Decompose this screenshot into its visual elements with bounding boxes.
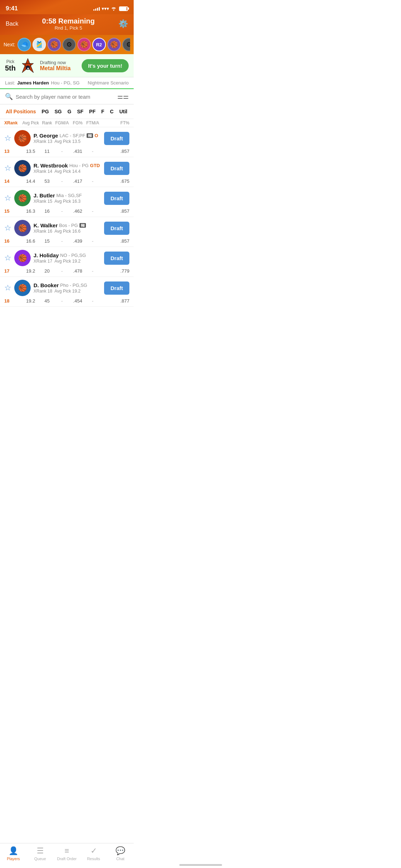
position-pg[interactable]: PG [40,108,50,115]
player-photo: 🏀 [14,190,31,206]
pick-label: Pick [5,59,16,64]
player-name-line: K. Walker Bos - PG 📰 [34,222,101,228]
stats-row: 17 19.2 20 - .478 - .779 [0,268,134,277]
player-meta: Mia - SG,SF [56,193,82,198]
position-util[interactable]: Util [118,108,129,115]
position-sg[interactable]: SG [53,108,63,115]
last-label: Last: [5,80,15,86]
draft-button[interactable]: Draft [104,281,129,295]
draft-button[interactable]: Draft [104,192,129,205]
player-rank-line: XRank 14 Avg Pick 14.4 [34,169,101,174]
position-f[interactable]: F [100,108,106,115]
player-info: J. Butler Mia - SG,SF XRank 15 Avg Pick … [34,192,101,204]
header-fgma: FGM/A [54,120,70,125]
draft-button[interactable]: Draft [104,252,129,265]
last-player-name: James Harden [17,80,49,86]
stats-row: 18 19.2 45 - .454 - .877 [0,298,134,306]
last-pick-row: Last: James Harden Hou - PG, SG Nightmar… [0,77,134,89]
settings-button[interactable]: ⚙️ [118,19,128,29]
stat-ftpct: .857 [100,238,129,244]
player-rank-line: XRank 16 Avg Pick 16.6 [34,229,101,234]
stat-fgma: - [54,238,70,244]
header-center: 0:58 Remaining Rnd 1, Pick 5 [42,17,95,31]
favorite-button[interactable]: ☆ [4,224,11,232]
stat-ftpct: .675 [100,179,129,184]
stats-row: 15 16.3 16 - .462 - .857 [0,208,134,217]
next-label: Next: [4,42,15,47]
player-info: D. Booker Pho - PG,SG XRank 18 Avg Pick … [34,282,101,294]
player-rank-line: XRank 18 Avg Pick 19.2 [34,289,101,294]
position-pf[interactable]: PF [88,108,97,115]
player-rank-line: XRank 13 Avg Pick 13.5 [34,139,101,144]
stat-fgma: - [54,179,70,184]
your-turn-button[interactable]: It's your turn! [82,59,129,72]
player-card: ☆ 🏀 R. Westbrook Hou - PG GTD XRank 14 A… [0,157,134,187]
favorite-button[interactable]: ☆ [4,284,11,292]
stat-xrank: 15 [4,208,21,214]
table-header: XRank Avg Pick Rank FGM/A FG% FTM/A FT% [0,119,134,127]
stats-row: 16 16.6 15 - .439 - .857 [0,238,134,247]
position-g[interactable]: G [66,108,73,115]
pick-avatar: 🏀 [77,38,91,51]
position-sf[interactable]: SF [76,108,85,115]
player-card: ☆ 🏀 D. Booker Pho - PG,SG XRank 18 Avg P… [0,277,134,307]
favorite-button[interactable]: ☆ [4,254,11,262]
stat-ftma: - [86,149,100,154]
player-name-line: J. Holiday NO - PG,SG [34,252,101,258]
pick-num: 5th [5,64,16,72]
player-status: O [94,133,98,138]
draft-header: Back 0:58 Remaining Rnd 1, Pick 5 ⚙️ [0,14,134,35]
svg-text:★: ★ [27,67,30,70]
player-card: ☆ 🏀 K. Walker Bos - PG 📰 XRank 16 Avg Pi… [0,217,134,247]
player-info: P. George LAC - SF,PF 📰 O XRank 13 Avg P… [34,133,101,144]
stat-rank: 45 [40,298,54,304]
stat-fgpct: .478 [70,268,86,274]
header-ftma: FTM/A [86,120,100,125]
back-button[interactable]: Back [6,21,19,27]
stat-fgpct: .439 [70,238,86,244]
player-name: J. Holiday [34,252,59,258]
draft-button[interactable]: Draft [104,162,129,175]
player-meta: LAC - SF,PF [60,133,85,138]
player-name-line: J. Butler Mia - SG,SF [34,192,101,198]
player-name-line: R. Westbrook Hou - PG GTD [34,162,101,169]
draft-button[interactable]: Draft [104,222,129,235]
stat-ftpct: .857 [100,149,129,154]
search-input[interactable] [16,94,114,100]
draft-button[interactable]: Draft [104,132,129,145]
stat-ftma: - [86,298,100,304]
favorite-button[interactable]: ☆ [4,194,11,202]
favorite-button[interactable]: ☆ [4,134,11,142]
position-all[interactable]: All Positions [4,108,37,115]
search-bar: 🔍 ⚌⚌ [0,89,134,104]
filter-icon[interactable]: ⚌⚌ [117,93,129,100]
news-icon: 📰 [87,133,93,138]
player-card: ☆ 🏀 J. Butler Mia - SG,SF XRank 15 Avg P… [0,187,134,217]
stat-ftpct: .779 [100,268,129,274]
player-meta: Bos - PG [59,223,78,228]
drafting-info: Drafting now Metal Miltia [40,60,77,72]
header-avgpick: Avg Pick [21,120,40,125]
wifi-icon [111,6,117,11]
pick-avatar: ⚙ [62,38,76,51]
header-ftpct: FT% [100,120,129,125]
stat-avgpick: 16.6 [21,238,40,244]
stat-fgpct: .454 [70,298,86,304]
stat-fgpct: .417 [70,179,86,184]
favorite-button[interactable]: ☆ [4,164,11,172]
signal-icon [93,6,100,11]
timer-display: 0:58 Remaining [42,17,95,25]
status-time: 9:41 [6,5,18,12]
last-player-pos: Hou - PG, SG [51,80,79,86]
stat-ftpct: .857 [100,208,129,214]
player-meta: Hou - PG [69,163,88,168]
pick-avatar: 🎽 [32,38,46,51]
round-display: Rnd 1, Pick 5 [42,25,95,31]
header-xrank: XRank [4,120,21,125]
stat-fgma: - [54,298,70,304]
player-top: ☆ 🏀 J. Holiday NO - PG,SG XRank 17 Avg P… [0,247,134,268]
player-name: P. George [34,133,58,139]
position-filters: All Positions PG SG G SF PF F C Util [0,104,134,119]
position-c[interactable]: C [109,108,115,115]
stat-ftma: - [86,179,100,184]
